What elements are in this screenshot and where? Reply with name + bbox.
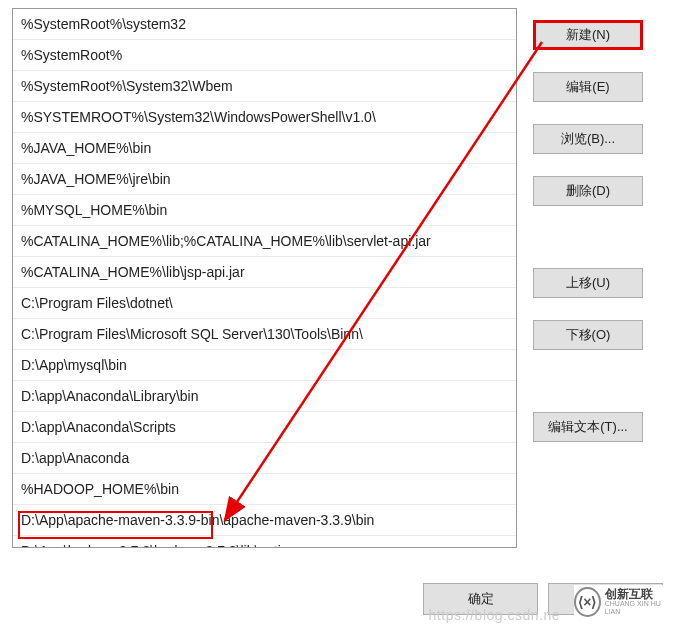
move-up-button[interactable]: 上移(U) — [533, 268, 643, 298]
new-button[interactable]: 新建(N) — [533, 20, 643, 50]
list-item[interactable]: D:\app\Anaconda\Library\bin — [13, 381, 516, 412]
list-item[interactable]: %MYSQL_HOME%\bin — [13, 195, 516, 226]
path-listbox[interactable]: %SystemRoot%\system32%SystemRoot%%System… — [12, 8, 517, 548]
list-item[interactable]: %CATALINA_HOME%\lib;%CATALINA_HOME%\lib\… — [13, 226, 516, 257]
list-item[interactable]: D:\app\Anaconda — [13, 443, 516, 474]
list-item[interactable]: %JAVA_HOME%\jre\bin — [13, 164, 516, 195]
list-item[interactable]: %JAVA_HOME%\bin — [13, 133, 516, 164]
list-item[interactable]: %CATALINA_HOME%\lib\jsp-api.jar — [13, 257, 516, 288]
list-item[interactable]: D:\App\apache-maven-3.3.9-bin\apache-mav… — [13, 505, 516, 536]
list-item[interactable]: C:\Program Files\Microsoft SQL Server\13… — [13, 319, 516, 350]
delete-button[interactable]: 删除(D) — [533, 176, 643, 206]
watermark-text: https://blog.csdn.ne — [429, 607, 560, 623]
list-item[interactable]: %SystemRoot% — [13, 40, 516, 71]
logo: ⟨×⟩ 创新互联 CHUANG XIN HU LIAN — [574, 585, 669, 619]
edit-button[interactable]: 编辑(E) — [533, 72, 643, 102]
edit-text-button[interactable]: 编辑文本(T)... — [533, 412, 643, 442]
logo-main-text: 创新互联 — [605, 588, 669, 600]
list-item[interactable]: D:\App\mysql\bin — [13, 350, 516, 381]
browse-button[interactable]: 浏览(B)... — [533, 124, 643, 154]
list-item[interactable]: %SYSTEMROOT%\System32\WindowsPowerShell\… — [13, 102, 516, 133]
button-column: 新建(N) 编辑(E) 浏览(B)... 删除(D) 上移(U) 下移(O) 编… — [533, 8, 643, 548]
logo-icon: ⟨×⟩ — [574, 587, 601, 617]
logo-sub-text: CHUANG XIN HU LIAN — [605, 600, 669, 616]
list-item[interactable]: C:\Program Files\dotnet\ — [13, 288, 516, 319]
list-item[interactable]: %SystemRoot%\system32 — [13, 9, 516, 40]
list-item[interactable]: D:\app\Anaconda\Scripts — [13, 412, 516, 443]
list-item[interactable]: %HADOOP_HOME%\bin — [13, 474, 516, 505]
list-item[interactable]: %SystemRoot%\System32\Wbem — [13, 71, 516, 102]
move-down-button[interactable]: 下移(O) — [533, 320, 643, 350]
list-item[interactable]: D:\App\hadoop-2.7.3\hadoop-2.7.3\lib\nat… — [13, 536, 516, 548]
